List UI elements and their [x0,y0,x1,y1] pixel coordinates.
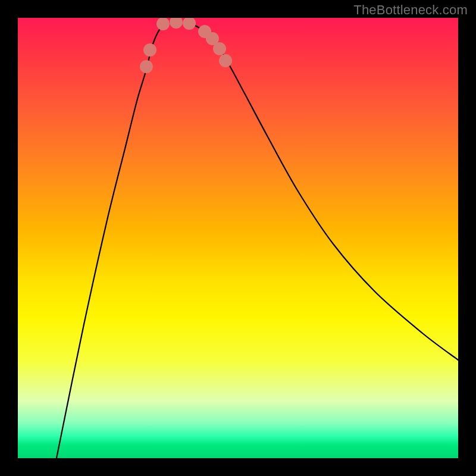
marker-point [143,43,156,57]
bottleneck-curve [57,22,458,458]
marker-point [219,54,232,67]
marker-point [213,42,226,55]
marker-point [183,18,196,30]
marker-group [140,18,232,73]
watermark-text: TheBottleneck.com [353,2,468,18]
curve-svg [18,18,458,458]
marker-point [170,18,183,29]
marker-point [156,18,170,30]
chart-container: TheBottleneck.com [0,0,476,476]
plot-area [18,18,458,458]
marker-point [140,60,153,73]
